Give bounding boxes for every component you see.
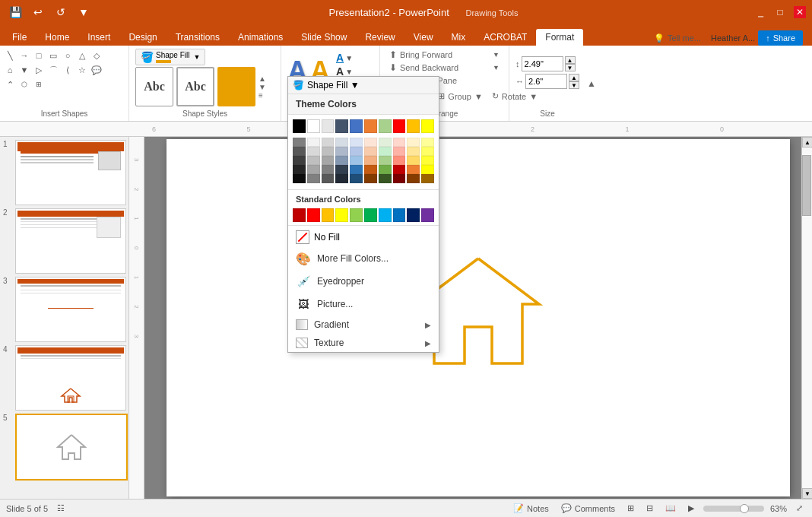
edit-pts-btn[interactable]: ⬡ <box>17 78 31 91</box>
reading-view-btn[interactable]: 📖 <box>662 503 679 514</box>
arrange-icon[interactable]: ⊞ <box>32 78 46 91</box>
tri-tool[interactable]: ▷ <box>32 63 46 77</box>
shade-2-2[interactable] <box>307 147 320 156</box>
color-dark-blue[interactable] <box>335 119 348 133</box>
freeform-tool[interactable]: ⌃ <box>3 78 17 91</box>
shade-3-9[interactable] <box>407 156 420 165</box>
shade-4-5[interactable] <box>350 165 363 174</box>
arrow-tool[interactable]: → <box>17 49 31 62</box>
scroll-thumb[interactable] <box>802 155 811 216</box>
styles-more[interactable]: ≡ <box>259 91 266 100</box>
color-white[interactable] <box>307 119 320 133</box>
shade-4-2[interactable] <box>307 165 320 174</box>
shade-2-6[interactable] <box>364 147 377 156</box>
tab-insert[interactable]: Insert <box>78 29 119 46</box>
style-box-3[interactable]: Abc <box>217 67 255 106</box>
save-quick-btn[interactable]: 💾 <box>6 3 24 21</box>
oval-tool[interactable]: ○ <box>61 49 75 62</box>
slide-sorter-btn[interactable]: ⊟ <box>643 503 656 514</box>
shade-2-7[interactable] <box>379 147 392 156</box>
tab-format[interactable]: Format <box>536 29 583 46</box>
picture-item[interactable]: 🖼 Picture... <box>288 293 439 316</box>
rect-tool[interactable]: □ <box>32 49 46 62</box>
texture-item[interactable]: Texture ▶ <box>288 334 439 352</box>
shade-3-4[interactable] <box>335 156 348 165</box>
slide-thumb-1[interactable] <box>15 140 126 205</box>
shade-4-6[interactable] <box>364 165 377 174</box>
color-black[interactable] <box>293 119 306 133</box>
rect-rounded-tool[interactable]: ▭ <box>46 49 60 62</box>
shade-5-3[interactable] <box>322 174 335 183</box>
more-shapes[interactable]: ▼ <box>17 63 31 77</box>
std-blue[interactable] <box>393 208 406 222</box>
shade-1-6[interactable] <box>364 138 377 147</box>
callout-tool[interactable]: 💬 <box>90 63 103 77</box>
eyedropper-item[interactable]: 💉 Eyedropper <box>288 270 439 293</box>
shade-4-7[interactable] <box>379 165 392 174</box>
shade-5-9[interactable] <box>407 174 420 183</box>
std-light-green[interactable] <box>350 208 363 222</box>
shade-2-8[interactable] <box>393 147 406 156</box>
shade-1-5[interactable] <box>350 138 363 147</box>
height-inc[interactable]: ▲ <box>565 56 576 64</box>
shape-tool5[interactable]: △ <box>75 49 89 62</box>
shade-1-7[interactable] <box>379 138 392 147</box>
scroll-down-btn[interactable]: ▼ <box>802 488 812 499</box>
shade-3-3[interactable] <box>322 156 335 165</box>
zoom-thumb[interactable] <box>740 504 749 513</box>
ribbon-collapse[interactable]: ▲ <box>585 46 598 121</box>
tab-animations[interactable]: Animations <box>229 29 292 46</box>
minimize-btn[interactable]: ⎯ <box>754 6 766 18</box>
dropdown-arrow-icon[interactable]: ▼ <box>193 53 200 61</box>
width-input[interactable] <box>525 74 567 89</box>
shade-2-10[interactable] <box>421 147 434 156</box>
bring-forward-btn[interactable]: ⬆ Bring Forward ▼ <box>386 49 503 61</box>
shade-5-5[interactable] <box>350 174 363 183</box>
shade-5-8[interactable] <box>393 174 406 183</box>
slide-thumb-4[interactable] <box>15 345 126 411</box>
comments-button[interactable]: 💬 Comments <box>558 503 618 514</box>
std-light-blue[interactable] <box>379 208 392 222</box>
shade-4-1[interactable] <box>293 165 306 174</box>
shade-3-2[interactable] <box>307 156 320 165</box>
shade-1-1[interactable] <box>293 138 306 147</box>
shade-3-6[interactable] <box>364 156 377 165</box>
slideshow-btn[interactable]: ▶ <box>685 503 697 514</box>
scroll-track[interactable] <box>802 147 812 488</box>
height-input[interactable] <box>522 56 563 71</box>
color-blue[interactable] <box>350 119 363 133</box>
tab-file[interactable]: File <box>3 29 36 46</box>
shade-2-3[interactable] <box>322 147 335 156</box>
tab-slideshow[interactable]: Slide Show <box>292 29 356 46</box>
undo-btn[interactable]: ↩ <box>29 3 47 21</box>
style-box-2[interactable]: Abc <box>176 67 214 106</box>
tab-mix[interactable]: Mix <box>442 29 475 46</box>
std-red[interactable] <box>307 208 320 222</box>
color-yellow-orange[interactable] <box>407 119 420 133</box>
shade-4-9[interactable] <box>407 165 420 174</box>
shade-3-5[interactable] <box>350 156 363 165</box>
bring-forward-arrow[interactable]: ▼ <box>493 51 500 59</box>
slide-thumb-5[interactable] <box>15 414 128 481</box>
curve-tool[interactable]: ⌒ <box>46 63 60 77</box>
std-purple[interactable] <box>421 208 434 222</box>
line-tool[interactable]: ╲ <box>3 49 17 62</box>
color-light-gray[interactable] <box>322 119 335 133</box>
slide-thumb-2[interactable] <box>15 208 126 274</box>
normal-view-btn[interactable]: ⊞ <box>624 503 637 514</box>
shade-1-2[interactable] <box>307 138 320 147</box>
tab-transitions[interactable]: Transitions <box>167 29 229 46</box>
color-green[interactable] <box>379 119 392 133</box>
canvas-area[interactable] <box>144 137 812 499</box>
shade-5-7[interactable] <box>379 174 392 183</box>
redo-btn[interactable]: ↺ <box>52 3 70 21</box>
shade-2-1[interactable] <box>293 147 306 156</box>
shade-5-10[interactable] <box>421 174 434 183</box>
group-btn[interactable]: ⊞ Group▼ <box>435 90 485 102</box>
shade-3-7[interactable] <box>379 156 392 165</box>
notes-button[interactable]: 📝 Notes <box>510 503 552 514</box>
height-dec[interactable]: ▼ <box>565 64 576 71</box>
shade-3-10[interactable] <box>421 156 434 165</box>
shade-4-10[interactable] <box>421 165 434 174</box>
more-colors-item[interactable]: 🎨 More Fill Colors... <box>288 247 439 270</box>
